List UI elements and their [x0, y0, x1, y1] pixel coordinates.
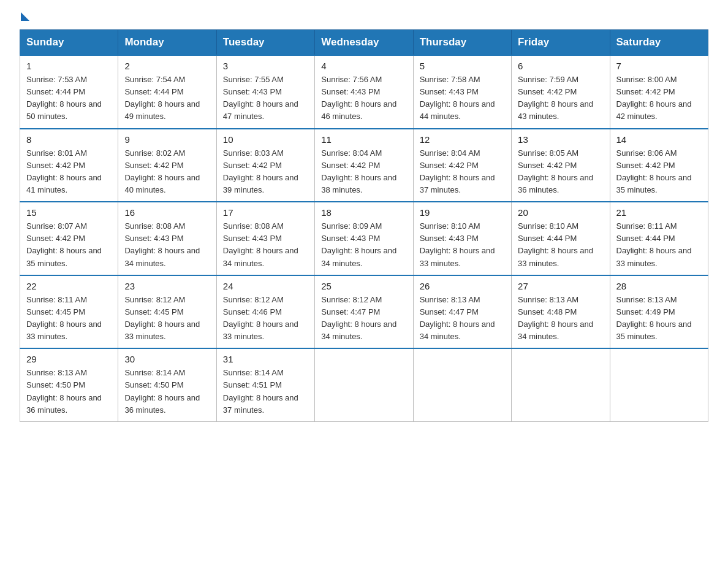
day-number: 26: [420, 281, 505, 291]
day-number: 12: [420, 134, 505, 145]
day-info: Sunrise: 8:07 AMSunset: 4:42 PMDaylight:…: [26, 220, 112, 270]
day-info: Sunrise: 7:56 AMSunset: 4:43 PMDaylight:…: [321, 74, 406, 123]
day-info: Sunrise: 8:13 AMSunset: 4:48 PMDaylight:…: [518, 294, 603, 343]
day-number: 13: [518, 134, 603, 145]
calendar-cell: 6Sunrise: 7:59 AMSunset: 4:42 PMDaylight…: [512, 55, 610, 129]
calendar-cell: 26Sunrise: 8:13 AMSunset: 4:47 PMDayligh…: [413, 275, 511, 349]
day-info: Sunrise: 8:00 AMSunset: 4:42 PMDaylight:…: [616, 74, 702, 123]
day-info: Sunrise: 7:55 AMSunset: 4:43 PMDaylight:…: [223, 74, 308, 123]
weekday-header-thursday: Thursday: [413, 30, 511, 56]
day-number: 5: [420, 61, 505, 71]
day-info: Sunrise: 8:08 AMSunset: 4:43 PMDaylight:…: [124, 220, 210, 270]
day-info: Sunrise: 8:04 AMSunset: 4:42 PMDaylight:…: [420, 147, 505, 197]
day-number: 25: [321, 281, 406, 291]
day-number: 15: [26, 207, 112, 218]
day-number: 24: [223, 281, 308, 291]
calendar-cell: 11Sunrise: 8:04 AMSunset: 4:42 PMDayligh…: [315, 129, 413, 202]
calendar-week-row: 29Sunrise: 8:13 AMSunset: 4:50 PMDayligh…: [20, 348, 708, 421]
day-info: Sunrise: 7:53 AMSunset: 4:44 PMDaylight:…: [26, 74, 112, 123]
calendar-cell: [315, 348, 413, 421]
calendar-cell: 18Sunrise: 8:09 AMSunset: 4:43 PMDayligh…: [315, 202, 413, 275]
calendar-cell: 17Sunrise: 8:08 AMSunset: 4:43 PMDayligh…: [216, 202, 314, 275]
weekday-header-sunday: Sunday: [20, 30, 118, 56]
calendar-cell: 1Sunrise: 7:53 AMSunset: 4:44 PMDaylight…: [20, 55, 118, 129]
day-info: Sunrise: 8:08 AMSunset: 4:43 PMDaylight:…: [223, 220, 308, 270]
day-number: 3: [223, 61, 308, 71]
day-number: 10: [223, 134, 308, 145]
day-number: 23: [124, 281, 210, 291]
calendar-cell: 21Sunrise: 8:11 AMSunset: 4:44 PMDayligh…: [610, 202, 708, 275]
day-info: Sunrise: 8:05 AMSunset: 4:42 PMDaylight:…: [518, 147, 603, 197]
day-number: 22: [26, 281, 112, 291]
calendar-cell: 2Sunrise: 7:54 AMSunset: 4:44 PMDaylight…: [118, 55, 216, 129]
day-info: Sunrise: 7:54 AMSunset: 4:44 PMDaylight:…: [124, 74, 210, 123]
calendar-body: 1Sunrise: 7:53 AMSunset: 4:44 PMDaylight…: [20, 55, 708, 421]
day-info: Sunrise: 8:14 AMSunset: 4:51 PMDaylight:…: [223, 367, 308, 416]
day-number: 14: [616, 134, 702, 145]
day-number: 29: [26, 354, 112, 364]
weekday-header-tuesday: Tuesday: [216, 30, 314, 56]
day-info: Sunrise: 8:12 AMSunset: 4:46 PMDaylight:…: [223, 294, 308, 343]
day-number: 4: [321, 61, 406, 71]
calendar-cell: 7Sunrise: 8:00 AMSunset: 4:42 PMDaylight…: [610, 55, 708, 129]
calendar-cell: [610, 348, 708, 421]
calendar-cell: [512, 348, 610, 421]
day-info: Sunrise: 8:03 AMSunset: 4:42 PMDaylight:…: [223, 147, 308, 197]
calendar-cell: 5Sunrise: 7:58 AMSunset: 4:43 PMDaylight…: [413, 55, 511, 129]
day-info: Sunrise: 8:09 AMSunset: 4:43 PMDaylight:…: [321, 220, 406, 270]
calendar-cell: 31Sunrise: 8:14 AMSunset: 4:51 PMDayligh…: [216, 348, 314, 421]
day-number: 16: [124, 207, 210, 218]
day-number: 28: [616, 281, 702, 291]
day-info: Sunrise: 8:10 AMSunset: 4:43 PMDaylight:…: [420, 220, 505, 270]
calendar-cell: 12Sunrise: 8:04 AMSunset: 4:42 PMDayligh…: [413, 129, 511, 202]
calendar-cell: 15Sunrise: 8:07 AMSunset: 4:42 PMDayligh…: [20, 202, 118, 275]
day-number: 30: [124, 354, 210, 364]
day-number: 27: [518, 281, 603, 291]
weekday-header-monday: Monday: [118, 30, 216, 56]
day-info: Sunrise: 8:13 AMSunset: 4:49 PMDaylight:…: [616, 294, 702, 343]
calendar-cell: 29Sunrise: 8:13 AMSunset: 4:50 PMDayligh…: [20, 348, 118, 421]
day-number: 1: [26, 61, 112, 71]
calendar-cell: 4Sunrise: 7:56 AMSunset: 4:43 PMDaylight…: [315, 55, 413, 129]
day-info: Sunrise: 8:13 AMSunset: 4:50 PMDaylight:…: [26, 367, 112, 416]
calendar-cell: [413, 348, 511, 421]
day-number: 6: [518, 61, 603, 71]
day-number: 9: [124, 134, 210, 145]
day-info: Sunrise: 7:58 AMSunset: 4:43 PMDaylight:…: [420, 74, 505, 123]
day-info: Sunrise: 8:06 AMSunset: 4:42 PMDaylight:…: [616, 147, 702, 197]
page-header: [20, 15, 708, 18]
weekday-header-wednesday: Wednesday: [315, 30, 413, 56]
day-number: 20: [518, 207, 603, 218]
day-number: 8: [26, 134, 112, 145]
day-number: 19: [420, 207, 505, 218]
day-info: Sunrise: 8:13 AMSunset: 4:47 PMDaylight:…: [420, 294, 505, 343]
day-info: Sunrise: 8:11 AMSunset: 4:44 PMDaylight:…: [616, 220, 702, 270]
calendar-cell: 30Sunrise: 8:14 AMSunset: 4:50 PMDayligh…: [118, 348, 216, 421]
calendar-cell: 27Sunrise: 8:13 AMSunset: 4:48 PMDayligh…: [512, 275, 610, 349]
day-number: 17: [223, 207, 308, 218]
logo-triangle-icon: [21, 12, 29, 21]
day-info: Sunrise: 8:14 AMSunset: 4:50 PMDaylight:…: [124, 367, 210, 416]
calendar-week-row: 15Sunrise: 8:07 AMSunset: 4:42 PMDayligh…: [20, 202, 708, 275]
weekday-header-friday: Friday: [512, 30, 610, 56]
calendar-cell: 16Sunrise: 8:08 AMSunset: 4:43 PMDayligh…: [118, 202, 216, 275]
weekday-header-saturday: Saturday: [610, 30, 708, 56]
day-info: Sunrise: 8:12 AMSunset: 4:47 PMDaylight:…: [321, 294, 406, 343]
day-info: Sunrise: 8:11 AMSunset: 4:45 PMDaylight:…: [26, 294, 112, 343]
calendar-cell: 24Sunrise: 8:12 AMSunset: 4:46 PMDayligh…: [216, 275, 314, 349]
day-number: 2: [124, 61, 210, 71]
calendar-cell: 10Sunrise: 8:03 AMSunset: 4:42 PMDayligh…: [216, 129, 314, 202]
calendar-cell: 3Sunrise: 7:55 AMSunset: 4:43 PMDaylight…: [216, 55, 314, 129]
day-info: Sunrise: 8:02 AMSunset: 4:42 PMDaylight:…: [124, 147, 210, 197]
day-number: 7: [616, 61, 702, 71]
calendar-cell: 13Sunrise: 8:05 AMSunset: 4:42 PMDayligh…: [512, 129, 610, 202]
calendar-cell: 23Sunrise: 8:12 AMSunset: 4:45 PMDayligh…: [118, 275, 216, 349]
calendar-cell: 20Sunrise: 8:10 AMSunset: 4:44 PMDayligh…: [512, 202, 610, 275]
day-number: 21: [616, 207, 702, 218]
calendar-cell: 22Sunrise: 8:11 AMSunset: 4:45 PMDayligh…: [20, 275, 118, 349]
day-info: Sunrise: 8:01 AMSunset: 4:42 PMDaylight:…: [26, 147, 112, 197]
calendar-cell: 9Sunrise: 8:02 AMSunset: 4:42 PMDaylight…: [118, 129, 216, 202]
day-info: Sunrise: 8:10 AMSunset: 4:44 PMDaylight:…: [518, 220, 603, 270]
calendar-week-row: 8Sunrise: 8:01 AMSunset: 4:42 PMDaylight…: [20, 129, 708, 202]
calendar-cell: 28Sunrise: 8:13 AMSunset: 4:49 PMDayligh…: [610, 275, 708, 349]
